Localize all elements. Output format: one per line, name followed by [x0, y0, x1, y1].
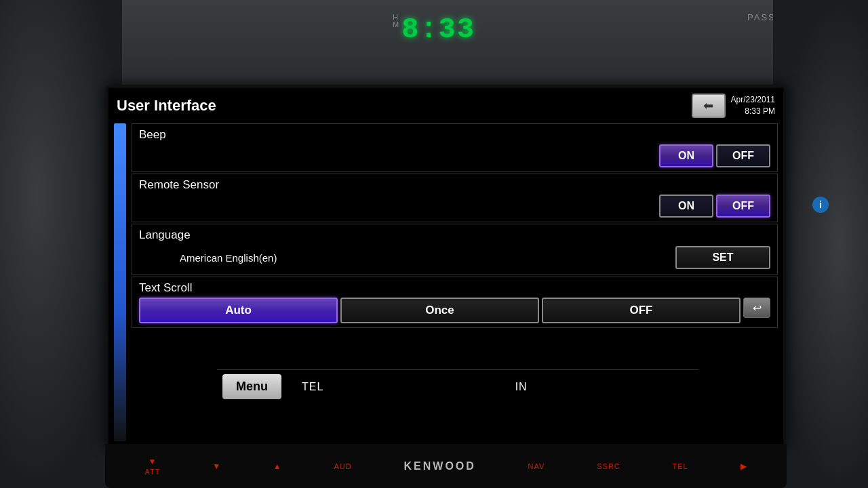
language-label: Language [139, 228, 770, 242]
att-down-arrow[interactable]: ▼ [148, 457, 157, 466]
beep-controls: ON OFF [139, 144, 770, 167]
language-set-button[interactable]: SET [675, 246, 770, 269]
down-arrow-icon[interactable]: ▼ [212, 462, 221, 471]
att-label: ATT [144, 468, 160, 476]
back-arrow-icon: ⬅ [703, 98, 713, 113]
beep-on-button[interactable]: ON [659, 144, 713, 167]
language-controls: American English(en) SET [139, 245, 770, 270]
text-scroll-setting-row: Text Scroll Auto Once OFF ↩ [132, 277, 778, 328]
remote-sensor-label: Remote Sensor [139, 178, 770, 192]
in-nav-label: IN [495, 381, 548, 393]
nav-control: NAV [528, 462, 545, 470]
info-icon[interactable]: i [812, 197, 829, 213]
tel-control: TEL [673, 462, 688, 470]
clock-time: 8:33 [401, 14, 475, 46]
screen-header: User Interface ⬅ Apr/23/2011 8:33 PM [108, 88, 783, 121]
nav-center: IN [344, 381, 698, 393]
nav-label-bezel: NAV [528, 462, 545, 470]
up-arrow-control: ▲ [273, 462, 282, 471]
aud-label: AUD [334, 462, 351, 470]
scroll-back-icon: ↩ [753, 302, 762, 314]
text-scroll-off-button[interactable]: OFF [542, 298, 741, 323]
bottom-bezel: ▼ ATT ▼ ▲ AUD KENWOOD NAV SSRC TEL ▶ [105, 444, 787, 488]
header-right: ⬅ Apr/23/2011 8:33 PM [692, 94, 775, 118]
text-scroll-label: Text Scroll [139, 281, 770, 295]
remote-sensor-setting-row: Remote Sensor ON OFF [132, 174, 778, 222]
steering-area [0, 0, 122, 488]
right-side-area: i [773, 0, 868, 488]
back-button[interactable]: ⬅ [692, 94, 726, 118]
right-arrow-control: ▶ [741, 462, 747, 471]
indicator-bar [114, 123, 126, 441]
language-value: American English(en) [139, 252, 277, 264]
clock-hm-label: H M [393, 14, 399, 28]
date-line2: 8:33 PM [731, 106, 775, 117]
kenwood-label: KENWOOD [404, 460, 476, 472]
language-setting-row: Language American English(en) SET [132, 224, 778, 275]
ssrc-label: SSRC [597, 462, 620, 470]
remote-sensor-off-button[interactable]: OFF [716, 195, 770, 218]
ssrc-control: SSRC [597, 462, 620, 470]
clock-display: H M 8:33 [393, 14, 475, 46]
text-scroll-once-button[interactable]: Once [340, 298, 539, 323]
right-arrow-icon[interactable]: ▶ [741, 462, 747, 471]
up-arrow-icon[interactable]: ▲ [273, 462, 282, 471]
menu-button[interactable]: Menu [222, 374, 281, 399]
top-dashboard: H M 8:33 PASSENGER [0, 0, 868, 88]
beep-setting-row: Beep ON OFF [132, 123, 778, 172]
att-control: ▼ ATT [144, 457, 160, 476]
tel-nav-label: TEL [281, 381, 344, 393]
page-title: User Interface [117, 97, 216, 115]
date-line1: Apr/23/2011 [731, 94, 775, 106]
scroll-back-button[interactable]: ↩ [743, 298, 770, 318]
beep-label: Beep [139, 128, 770, 142]
text-scroll-controls: Auto Once OFF ↩ [139, 298, 770, 323]
down-arrow-control: ▼ [212, 462, 221, 471]
tel-label-bezel: TEL [673, 462, 688, 470]
remote-sensor-on-button[interactable]: ON [659, 195, 713, 218]
text-scroll-auto-button[interactable]: Auto [139, 298, 338, 323]
screen: User Interface ⬅ Apr/23/2011 8:33 PM Bee… [108, 88, 783, 444]
bottom-nav: Menu TEL IN [217, 369, 698, 403]
datetime-display: Apr/23/2011 8:33 PM [731, 94, 775, 117]
m-label: M [393, 21, 399, 28]
beep-off-button[interactable]: OFF [716, 144, 770, 167]
aud-control: AUD [334, 462, 351, 470]
clock-hm-area: H M 8:33 [393, 14, 475, 46]
remote-sensor-controls: ON OFF [139, 195, 770, 218]
